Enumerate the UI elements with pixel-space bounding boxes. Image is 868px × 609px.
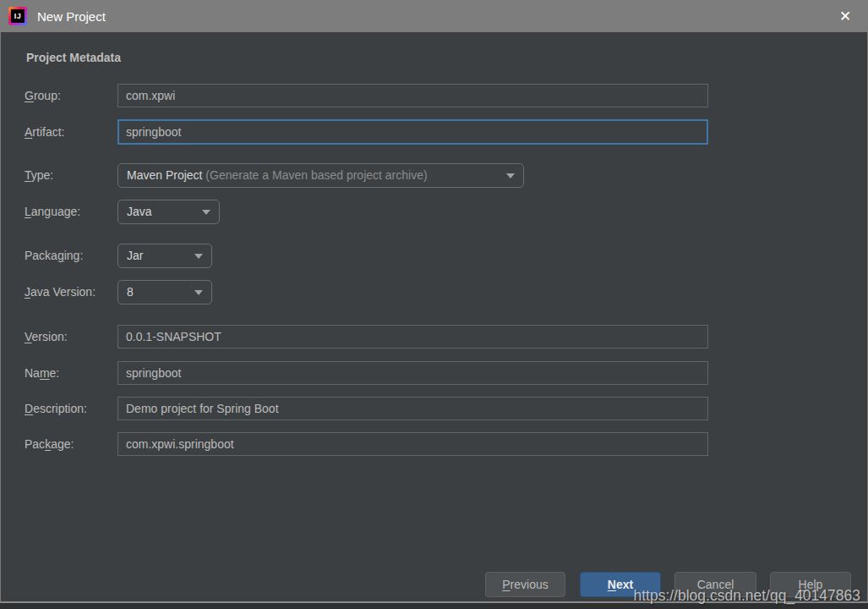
artifact-label: Artifact: bbox=[25, 119, 64, 145]
packaging-label: Packaging: bbox=[25, 244, 83, 268]
chevron-down-icon bbox=[194, 290, 203, 295]
artifact-input[interactable]: springboot bbox=[117, 119, 708, 145]
description-input[interactable]: Demo project for Spring Boot bbox=[117, 397, 708, 420]
previous-button[interactable]: Previous bbox=[485, 572, 565, 597]
version-input[interactable]: 0.0.1-SNAPSHOT bbox=[117, 325, 708, 348]
type-label: Type: bbox=[25, 163, 53, 188]
name-input[interactable]: springboot bbox=[117, 361, 708, 385]
form-row-packaging: Packaging: Jar bbox=[1, 244, 868, 268]
language-dropdown-value: Java bbox=[127, 205, 152, 218]
form-row-version: Version: 0.0.1-SNAPSHOT bbox=[1, 325, 868, 348]
title-bar: IJ New Project ✕ bbox=[0, 0, 868, 32]
language-label: Language: bbox=[25, 200, 80, 224]
new-project-dialog: IJ New Project ✕ Project Metadata Group:… bbox=[0, 0, 868, 609]
next-button[interactable]: Next bbox=[580, 572, 661, 597]
chevron-down-icon bbox=[194, 254, 203, 259]
version-label: Version: bbox=[25, 325, 68, 348]
java-version-dropdown[interactable]: 8 bbox=[117, 280, 212, 304]
packaging-dropdown-value: Jar bbox=[127, 249, 143, 262]
group-label: Group: bbox=[25, 84, 61, 107]
name-label: Name: bbox=[25, 361, 59, 385]
intellij-idea-icon: IJ bbox=[8, 7, 27, 25]
packaging-dropdown[interactable]: Jar bbox=[117, 244, 212, 268]
chevron-down-icon bbox=[506, 173, 515, 178]
chevron-down-icon bbox=[202, 210, 210, 215]
description-label: Description: bbox=[25, 397, 87, 420]
type-dropdown-hint: (Generate a Maven based project archive) bbox=[202, 168, 427, 182]
form-row-name: Name: springboot bbox=[1, 361, 868, 385]
type-dropdown[interactable]: Maven Project (Generate a Maven based pr… bbox=[117, 163, 524, 188]
form-row-language: Language: Java bbox=[1, 200, 868, 224]
package-input[interactable]: com.xpwi.springboot bbox=[117, 432, 708, 456]
package-label: Package: bbox=[25, 432, 74, 456]
cancel-button[interactable]: Cancel bbox=[674, 572, 756, 597]
form-row-group: Group: com.xpwi bbox=[1, 84, 868, 107]
form-row-type: Type: Maven Project (Generate a Maven ba… bbox=[1, 163, 868, 188]
group-input[interactable]: com.xpwi bbox=[117, 84, 708, 107]
dialog-content: Project Metadata Group: com.xpwi Artifac… bbox=[0, 32, 868, 603]
page-title: Project Metadata bbox=[26, 51, 121, 64]
window-title: New Project bbox=[37, 9, 106, 24]
form-row-artifact: Artifact: springboot bbox=[1, 119, 868, 145]
java-version-label: Java Version: bbox=[25, 280, 96, 304]
form-row-java-version: Java Version: 8 bbox=[1, 280, 868, 304]
type-dropdown-value: Maven Project bbox=[127, 168, 202, 182]
help-button[interactable]: Help bbox=[770, 572, 851, 597]
java-version-dropdown-value: 8 bbox=[127, 285, 134, 299]
form-row-package: Package: com.xpwi.springboot bbox=[1, 432, 868, 456]
close-icon[interactable]: ✕ bbox=[833, 0, 858, 32]
language-dropdown[interactable]: Java bbox=[117, 200, 220, 224]
form-row-description: Description: Demo project for Spring Boo… bbox=[1, 397, 868, 420]
